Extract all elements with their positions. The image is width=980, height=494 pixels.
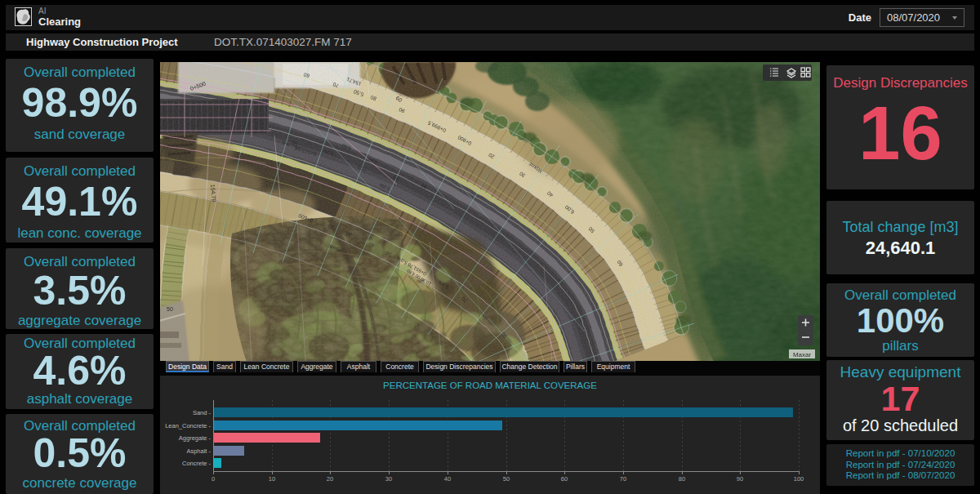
svg-text:Maxar: Maxar — [793, 351, 812, 358]
